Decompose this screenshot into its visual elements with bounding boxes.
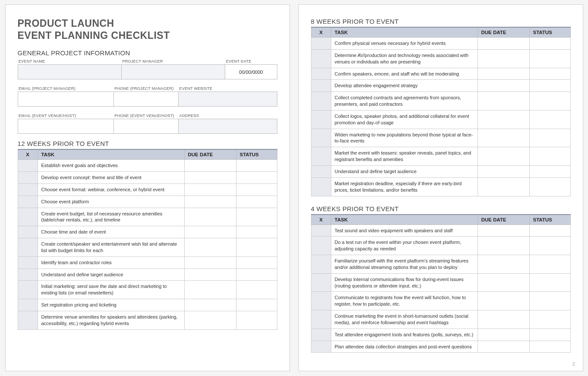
due-date-cell[interactable] <box>478 255 529 274</box>
status-cell[interactable] <box>529 68 570 80</box>
status-cell[interactable] <box>529 92 570 111</box>
due-date-cell[interactable] <box>478 49 529 68</box>
status-cell[interactable] <box>236 183 277 196</box>
due-date-cell[interactable] <box>184 299 236 311</box>
field-event-name[interactable] <box>18 65 121 79</box>
checkbox-cell[interactable] <box>311 329 331 341</box>
status-cell[interactable] <box>236 226 277 238</box>
status-cell[interactable] <box>529 329 570 341</box>
due-date-cell[interactable] <box>478 147 529 166</box>
status-cell[interactable] <box>529 38 570 50</box>
checkbox-cell[interactable] <box>18 281 38 299</box>
checkbox-cell[interactable] <box>311 92 331 111</box>
status-cell[interactable] <box>529 147 570 166</box>
due-date-cell[interactable] <box>478 165 529 177</box>
checkbox-cell[interactable] <box>311 224 331 237</box>
due-date-cell[interactable] <box>478 68 529 80</box>
due-date-cell[interactable] <box>184 172 236 184</box>
field-email-pm[interactable] <box>18 92 113 107</box>
due-date-cell[interactable] <box>184 160 236 172</box>
checkbox-cell[interactable] <box>18 208 38 226</box>
status-cell[interactable] <box>529 255 570 274</box>
status-cell[interactable] <box>529 80 570 92</box>
field-email-venue[interactable] <box>18 119 113 134</box>
status-cell[interactable] <box>529 177 570 196</box>
status-cell[interactable] <box>529 237 570 255</box>
due-date-cell[interactable] <box>478 292 529 310</box>
due-date-cell[interactable] <box>184 269 236 281</box>
field-project-manager[interactable] <box>121 65 225 79</box>
checkbox-cell[interactable] <box>311 49 331 68</box>
due-date-cell[interactable] <box>478 129 529 147</box>
due-date-cell[interactable] <box>184 226 236 238</box>
status-cell[interactable] <box>236 299 277 311</box>
checkbox-cell[interactable] <box>18 256 38 269</box>
table-row: Market the event with teasers: speaker r… <box>311 147 570 166</box>
status-cell[interactable] <box>529 110 570 129</box>
due-date-cell[interactable] <box>184 281 236 299</box>
status-cell[interactable] <box>236 281 277 299</box>
due-date-cell[interactable] <box>184 311 236 330</box>
checkbox-cell[interactable] <box>18 238 38 257</box>
field-website[interactable] <box>179 92 277 107</box>
due-date-cell[interactable] <box>184 183 236 196</box>
checkbox-cell[interactable] <box>311 129 331 147</box>
checkbox-cell[interactable] <box>311 255 331 274</box>
status-cell[interactable] <box>236 196 277 208</box>
due-date-cell[interactable] <box>478 273 529 292</box>
due-date-cell[interactable] <box>478 224 529 237</box>
due-date-cell[interactable] <box>478 177 529 196</box>
due-date-cell[interactable] <box>184 256 236 269</box>
due-date-cell[interactable] <box>184 196 236 208</box>
checkbox-cell[interactable] <box>311 341 331 353</box>
status-cell[interactable] <box>236 269 277 281</box>
due-date-cell[interactable] <box>478 38 529 50</box>
checkbox-cell[interactable] <box>311 68 331 80</box>
status-cell[interactable] <box>529 129 570 147</box>
field-event-date[interactable]: 00/00/0000 <box>225 65 277 79</box>
due-date-cell[interactable] <box>478 110 529 129</box>
checkbox-cell[interactable] <box>18 269 38 281</box>
field-address[interactable] <box>179 119 277 134</box>
checkbox-cell[interactable] <box>18 183 38 196</box>
checkbox-cell[interactable] <box>311 273 331 292</box>
checkbox-cell[interactable] <box>18 172 38 184</box>
due-date-cell[interactable] <box>184 238 236 257</box>
status-cell[interactable] <box>529 341 570 353</box>
due-date-cell[interactable] <box>478 80 529 92</box>
due-date-cell[interactable] <box>184 208 236 226</box>
status-cell[interactable] <box>236 256 277 269</box>
checkbox-cell[interactable] <box>311 292 331 310</box>
status-cell[interactable] <box>529 310 570 329</box>
field-phone-venue[interactable] <box>113 119 178 134</box>
checkbox-cell[interactable] <box>18 311 38 330</box>
status-cell[interactable] <box>236 160 277 172</box>
checkbox-cell[interactable] <box>311 165 331 177</box>
checkbox-cell[interactable] <box>311 38 331 50</box>
checkbox-cell[interactable] <box>18 196 38 208</box>
due-date-cell[interactable] <box>478 92 529 111</box>
status-cell[interactable] <box>529 292 570 310</box>
status-cell[interactable] <box>529 273 570 292</box>
status-cell[interactable] <box>236 311 277 330</box>
checkbox-cell[interactable] <box>311 110 331 129</box>
due-date-cell[interactable] <box>478 329 529 341</box>
due-date-cell[interactable] <box>478 341 529 353</box>
due-date-cell[interactable] <box>478 237 529 255</box>
checkbox-cell[interactable] <box>311 147 331 166</box>
status-cell[interactable] <box>236 208 277 226</box>
checkbox-cell[interactable] <box>311 310 331 329</box>
checkbox-cell[interactable] <box>311 237 331 255</box>
status-cell[interactable] <box>529 49 570 68</box>
status-cell[interactable] <box>236 172 277 184</box>
checkbox-cell[interactable] <box>18 160 38 172</box>
checkbox-cell[interactable] <box>18 299 38 311</box>
field-phone-pm[interactable] <box>113 92 178 107</box>
status-cell[interactable] <box>236 238 277 257</box>
due-date-cell[interactable] <box>478 310 529 329</box>
checkbox-cell[interactable] <box>18 226 38 238</box>
checkbox-cell[interactable] <box>311 177 331 196</box>
checkbox-cell[interactable] <box>311 80 331 92</box>
status-cell[interactable] <box>529 165 570 177</box>
status-cell[interactable] <box>529 224 570 237</box>
